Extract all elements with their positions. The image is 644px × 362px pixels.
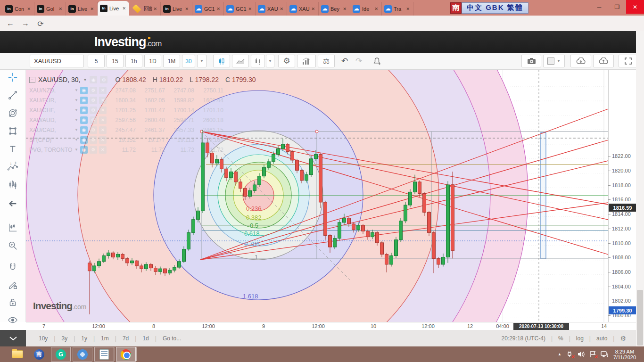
tab-close-icon[interactable]: ✕ [405,6,411,12]
tab-close-icon[interactable]: ✕ [184,6,190,12]
page-scrollbar[interactable] [636,31,644,346]
legend-snapshot-icon[interactable]: ◉ [90,76,97,83]
indicator-dropdown-icon[interactable]: ▼ [74,148,78,152]
tab-close-icon[interactable]: ✕ [121,5,127,12]
load-chart-cloud-icon[interactable] [570,55,591,67]
scrollbar-thumb[interactable] [637,290,643,346]
timeframe-1h[interactable]: 1h [125,55,142,67]
browser-tab[interactable]: InCon✕ [3,2,34,16]
zoom-in-tool-icon[interactable] [5,238,20,253]
network-icon[interactable] [601,351,609,358]
indicator-name[interactable]: XAU/CAD, [29,127,73,133]
compare-scales-icon[interactable]: ⚖ [318,55,335,67]
browser-tab[interactable]: InLive✕ [98,1,129,16]
timeframe-5[interactable]: 5 [88,55,105,67]
tab-close-icon[interactable]: ✕ [152,6,158,12]
bottom-settings-gear-icon[interactable]: ⚙ [614,335,632,342]
indicator-name[interactable]: SI (CFD) [29,137,73,143]
lock-tool-icon[interactable] [5,295,20,310]
taskbar-file-explorer[interactable] [8,347,27,362]
action-center-flag-icon[interactable]: ✕ [590,351,596,358]
time-axis[interactable]: 712:00812:00912:001012:001204:00142020-0… [26,322,636,330]
forecast-tool-icon[interactable] [5,220,20,235]
taskbar-clock[interactable]: 8:29 AM7/11/2020 [613,349,640,360]
taskbar-chrome[interactable] [116,347,136,362]
indicator-dropdown-icon[interactable]: ▼ [74,118,78,122]
indicator-settings-icon[interactable]: ⚙ [90,97,97,104]
tab-close-icon[interactable]: ✕ [310,6,316,12]
indicator-eye-icon[interactable]: ◉ [80,97,88,104]
ime-language-chip[interactable]: 南 中文 GBK 繁體 [450,2,528,14]
tab-close-icon[interactable]: ✕ [373,6,379,12]
elliott-wave-tool-icon[interactable]: 15 [5,159,20,174]
taskbar-nan-ime[interactable]: 南 [29,347,49,362]
indicator-name[interactable]: PVG, TORONTO [29,147,73,153]
range-7d[interactable]: 7d [116,335,135,342]
tab-close-icon[interactable]: ✕ [89,6,95,12]
forward-icon[interactable]: → [20,18,31,29]
shape-rect-tool-icon[interactable] [5,123,20,139]
indicator-remove-icon[interactable]: ✕ [99,146,107,154]
crosshair-tool-icon[interactable] [5,70,20,85]
indicator-dropdown-icon[interactable]: ▼ [74,108,78,112]
browser-tab[interactable]: ☁Tra✕ [382,2,413,16]
indicator-eye-icon[interactable]: ◉ [80,107,88,114]
arrow-back-tool-icon[interactable] [5,196,20,211]
timeframe-dropdown-icon[interactable]: ▼ [197,55,206,67]
candlestick-type-button[interactable] [213,55,230,67]
indicator-dropdown-icon[interactable]: ▼ [74,98,78,102]
browser-tab[interactable]: ☁GC1✕ [192,2,224,16]
indicator-eye-icon[interactable]: ◉ [80,87,88,94]
browser-tab[interactable]: ☁Bey✕ [319,2,350,16]
browser-tab[interactable]: 回饋✕ [129,2,161,16]
browser-tab[interactable]: ☁GC1✕ [224,2,256,16]
browser-tab[interactable]: ☁XAU✕ [287,2,319,16]
magnet-tool-icon[interactable] [5,260,20,275]
range-3y[interactable]: 3y [55,335,74,342]
indicator-name[interactable]: XAU/NZD, [29,87,73,94]
indicator-settings-icon[interactable]: ⚙ [90,87,97,94]
scale-button-%[interactable]: % [553,335,569,342]
indicators-button[interactable] [297,55,316,67]
taskbar-libreoffice-writer[interactable] [94,347,114,362]
indicator-dropdown-icon[interactable]: ▼ [74,138,78,142]
indicator-eye-icon[interactable]: ◉ [80,136,88,144]
indicator-remove-icon[interactable]: ✕ [99,136,107,144]
trendline-tool-icon[interactable] [5,88,20,103]
legend-dropdown-icon[interactable]: ▼ [83,78,87,82]
browser-tab[interactable]: InGol✕ [34,2,66,16]
redo-icon[interactable]: ↷ [352,55,366,67]
tab-close-icon[interactable]: ✕ [247,6,253,12]
tray-expand-icon[interactable]: ▲ [558,352,561,356]
browser-tab[interactable]: ☁XAU✕ [256,2,287,16]
indicator-eye-icon[interactable]: ◉ [80,116,88,124]
line-chart-type-button[interactable] [232,55,249,67]
taskbar-grammarly[interactable]: G [51,347,71,362]
indicator-eye-icon[interactable]: ◉ [80,146,88,154]
layout-selector[interactable]: ▼ [543,55,565,67]
undo-icon[interactable]: ↶ [338,55,352,67]
indicator-remove-icon[interactable]: ✕ [99,116,107,124]
volume-icon[interactable] [578,351,585,358]
indicator-settings-icon[interactable]: ⚙ [90,126,97,134]
timeframe-15[interactable]: 15 [107,55,124,67]
sidebar-collapse-chevron-icon[interactable] [0,330,26,346]
settings-gear-icon[interactable]: ⚙ [278,55,295,67]
taskbar-chromium[interactable] [73,347,92,362]
back-icon[interactable]: ← [5,18,16,29]
timeframe-1M[interactable]: 1M [163,55,180,67]
indicator-dropdown-icon[interactable]: ▼ [74,128,78,132]
close-button[interactable]: ✕ [626,0,644,14]
indicator-name[interactable]: XAU/CHF, [29,107,73,114]
tab-close-icon[interactable]: ✕ [215,6,221,12]
investing-logo[interactable]: Investing.com [94,35,161,49]
indicator-dropdown-icon[interactable]: ▼ [74,88,78,92]
browser-tab[interactable]: InLive✕ [66,2,98,16]
draw-lock-tool-icon[interactable] [5,278,20,293]
indicator-name[interactable]: XAU/EUR, [29,97,73,104]
range-10y[interactable]: 10y [33,335,54,342]
reload-icon[interactable]: ⟳ [35,18,46,29]
save-chart-cloud-icon[interactable] [593,55,614,67]
browser-tab[interactable]: InLive✕ [161,2,192,16]
indicator-eye-icon[interactable]: ◉ [80,126,88,134]
